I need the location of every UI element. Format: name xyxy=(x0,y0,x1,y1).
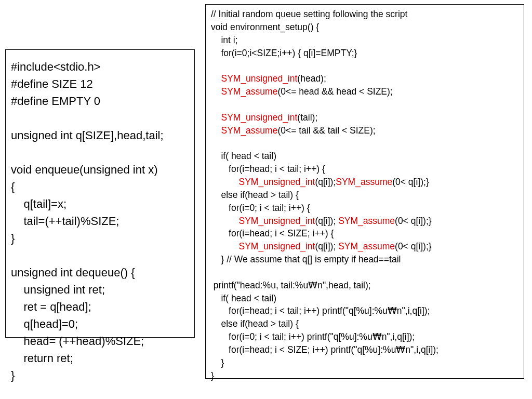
code-line: #define EMPTY 0 xyxy=(11,95,100,108)
code-span: (0<= tail && tail < SIZE); xyxy=(277,125,375,136)
code-line: unsigned int ret; xyxy=(11,283,105,296)
code-line: for(i=head; i < SIZE; i++) printf("q[%u]… xyxy=(211,344,438,355)
code-span xyxy=(211,241,238,251)
code-span: (q[i]); xyxy=(315,216,338,226)
right-code: // Initial random queue setting followin… xyxy=(211,8,518,382)
sym-call: SYM_assume xyxy=(336,177,392,187)
code-line: for(i=head; i < tail; i++) printf("q[%u]… xyxy=(211,305,430,316)
code-line: for(i=head; i < tail; i++) { xyxy=(211,164,325,174)
code-line: ret = q[head]; xyxy=(11,300,91,313)
code-line: #define SIZE 12 xyxy=(11,77,93,90)
sym-call: SYM_assume xyxy=(338,241,395,251)
code-line: } xyxy=(211,370,214,381)
code-line: for(i=0; i < tail; i++) { xyxy=(211,203,310,213)
code-line: int i; xyxy=(211,35,238,45)
code-span: (head); xyxy=(297,73,326,84)
code-line: void enqueue(unsigned int x) xyxy=(11,163,158,176)
code-line: for(i=0; i < tail; i++) printf("q[%u]:%u… xyxy=(211,331,415,342)
code-span xyxy=(211,73,221,84)
code-line: unsigned int q[SIZE],head,tail; xyxy=(11,129,164,142)
right-code-box: // Initial random queue setting followin… xyxy=(205,4,524,379)
code-span: (0< q[i]);} xyxy=(395,241,432,251)
code-line: if( head < tail) xyxy=(211,151,276,161)
code-line: if( head < tail) xyxy=(211,293,276,303)
sym-call: SYM_assume xyxy=(338,216,395,226)
code-line: unsigned int dequeue() { xyxy=(11,266,135,279)
code-span: (q[i]); xyxy=(315,177,336,187)
code-span xyxy=(211,112,221,123)
code-line: #include<stdio.h> xyxy=(11,60,100,73)
code-span xyxy=(211,177,238,187)
left-code-box: #include<stdio.h> #define SIZE 12 #defin… xyxy=(5,49,195,338)
code-line: { xyxy=(11,180,15,193)
code-line: else if(head > tail) { xyxy=(211,190,299,200)
code-span xyxy=(211,125,221,136)
code-line: return ret; xyxy=(11,352,73,365)
left-code: #include<stdio.h> #define SIZE 12 #defin… xyxy=(11,58,189,384)
sym-call: SYM_unsigned_int xyxy=(238,241,315,251)
code-line: for(i=0;i<SIZE;i++) { q[i]=EMPTY;} xyxy=(211,48,357,58)
code-line: void environment_setup() { xyxy=(211,22,319,32)
code-line: } xyxy=(11,232,15,245)
code-line: else if(head > tail) { xyxy=(211,318,299,329)
code-span: (0< q[i]);} xyxy=(395,216,432,226)
code-line: printf("head:%u, tail:%u₩n",head, tail); xyxy=(211,280,371,290)
code-line: } xyxy=(211,357,224,368)
code-line: // Initial random queue setting followin… xyxy=(211,9,407,19)
code-span: (tail); xyxy=(297,112,317,123)
code-line: head= (++head)%SIZE; xyxy=(11,335,144,348)
sym-call: SYM_unsigned_int xyxy=(221,112,297,123)
code-span: (0<= head && head < SIZE); xyxy=(277,86,392,97)
sym-call: SYM_unsigned_int xyxy=(238,177,315,187)
code-span: (q[i]); xyxy=(315,241,338,251)
code-line: tail=(++tail)%SIZE; xyxy=(11,215,119,228)
code-line: } xyxy=(11,369,15,382)
code-line: for(i=head; i < SIZE; i++) { xyxy=(211,228,334,238)
sym-call: SYM_assume xyxy=(221,86,277,97)
page: #include<stdio.h> #define SIZE 12 #defin… xyxy=(0,0,532,399)
code-span xyxy=(211,216,238,226)
code-line: q[head]=0; xyxy=(11,317,78,330)
code-line: q[tail]=x; xyxy=(11,197,66,210)
code-line: } // We assume that q[] is empty if head… xyxy=(211,254,401,264)
sym-call: SYM_unsigned_int xyxy=(221,73,297,84)
code-span: (0< q[i]);} xyxy=(392,177,429,187)
sym-call: SYM_assume xyxy=(221,125,277,136)
sym-call: SYM_unsigned_int xyxy=(238,216,315,226)
code-span xyxy=(211,86,221,97)
